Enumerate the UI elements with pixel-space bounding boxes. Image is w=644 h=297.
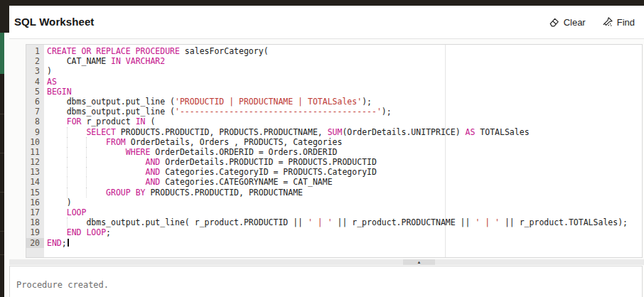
code-line[interactable]: 4AS — [26, 77, 642, 87]
line-number: 17 — [26, 207, 44, 217]
top-window-bar — [0, 0, 644, 6]
line-number: 16 — [26, 198, 44, 207]
clear-button[interactable]: Clear — [548, 16, 586, 28]
indent-guide — [86, 177, 87, 187]
code-line[interactable]: 20END; — [26, 238, 642, 248]
code-line[interactable]: 5BEGIN — [26, 87, 642, 97]
indent-guide — [67, 137, 68, 147]
code-text: END; — [44, 238, 642, 248]
indent-guide — [67, 147, 68, 157]
text-cursor — [68, 239, 69, 247]
edge-separator — [0, 153, 4, 153]
line-number: 9 — [26, 127, 44, 137]
indent-guide — [86, 147, 87, 157]
window-edge-green-strip — [0, 33, 4, 74]
code-text: AND Categories.CategoryID = PRODUCTS.Cat… — [44, 167, 642, 177]
edge-separator — [0, 231, 4, 232]
line-number: 13 — [26, 167, 44, 177]
code-text: FOR r_product IN ( — [44, 117, 642, 126]
line-number: 10 — [26, 137, 44, 147]
sql-worksheet-window: SQL Worksheet Clear — [0, 0, 644, 297]
find-button[interactable]: Find — [601, 16, 635, 28]
window-edge-dark-top — [0, 6, 9, 33]
code-line[interactable]: 2 CAT_NAME IN VARCHAR2 — [26, 56, 642, 66]
indent-guide — [67, 167, 68, 177]
code-lines: 1CREATE OR REPLACE PROCEDURE salesForCat… — [26, 45, 642, 248]
line-number: 2 — [26, 56, 44, 66]
indent-guide — [86, 167, 87, 177]
indent-guide — [67, 157, 68, 167]
indent-guide — [67, 188, 68, 198]
line-number: 15 — [26, 188, 44, 198]
code-line[interactable]: 18 dbms_output.put_line( r_product.PRODU… — [26, 217, 642, 227]
edge-separator — [0, 254, 4, 255]
code-text: dbms_output.put_line( r_product.PRODUCTI… — [44, 217, 642, 227]
line-number: 1 — [26, 46, 44, 56]
line-number: 6 — [26, 97, 44, 107]
code-line[interactable]: 12 AND OrderDetails.PRODUCTID = PRODUCTS… — [26, 157, 642, 167]
code-line[interactable]: 6 dbms_output.put_line ('PRODUCTID | PRO… — [26, 97, 642, 107]
code-text: dbms_output.put_line ('-----------------… — [44, 107, 642, 117]
code-line[interactable]: 11 WHERE OrderDetails.ORDERID = Orders.O… — [26, 147, 642, 157]
code-line[interactable]: 9 SELECT PRODUCTS.PRODUCTID, PRODUCTS.PR… — [26, 127, 642, 137]
code-text: SELECT PRODUCTS.PRODUCTID, PRODUCTS.PROD… — [44, 127, 642, 137]
code-line[interactable]: 17 LOOP — [26, 207, 642, 217]
code-text: END LOOP; — [44, 227, 642, 237]
code-line[interactable]: 1CREATE OR REPLACE PROCEDURE salesForCat… — [26, 46, 642, 56]
indent-guide — [86, 188, 87, 198]
code-line[interactable]: 16 ) — [26, 198, 642, 207]
code-line[interactable]: 19 END LOOP; — [26, 227, 642, 237]
indent-guide — [67, 177, 68, 187]
line-number: 14 — [26, 177, 44, 187]
line-number: 5 — [26, 87, 44, 97]
edge-separator — [0, 192, 4, 193]
edge-separator — [0, 114, 4, 114]
page-title: SQL Worksheet — [14, 16, 94, 28]
splitter-bar[interactable]: ▲ — [9, 259, 644, 265]
code-line[interactable]: 8 FOR r_product IN ( — [26, 117, 642, 126]
find-button-label: Find — [617, 17, 635, 28]
flashlight-icon — [601, 16, 613, 28]
clear-button-label: Clear — [564, 17, 586, 28]
toolbar-actions: Clear Find — [548, 6, 635, 38]
line-number: 3 — [26, 66, 44, 76]
code-text: ) — [44, 66, 642, 76]
indent-guide — [67, 217, 68, 227]
code-text: WHERE OrderDetails.ORDERID = Orders.ORDE… — [44, 147, 642, 157]
code-text: BEGIN — [44, 87, 642, 97]
line-number: 8 — [26, 117, 44, 126]
code-text: AS — [44, 77, 642, 87]
eraser-icon — [548, 16, 560, 28]
code-text: CAT_NAME IN VARCHAR2 — [44, 56, 642, 66]
line-number: 11 — [26, 147, 44, 157]
code-line[interactable]: 14 AND Categories.CATEGORYNAME = CAT_NAM… — [26, 177, 642, 187]
code-text: FROM OrderDetails, Orders , PRODUCTS, Ca… — [44, 137, 642, 147]
code-line[interactable]: 3) — [26, 66, 642, 76]
line-number: 7 — [26, 107, 44, 117]
code-line[interactable]: 15 GROUP BY PRODUCTS.PRODUCTID, PRODUCTN… — [26, 188, 642, 198]
line-number: 19 — [26, 227, 44, 237]
splitter-collapse-handle[interactable]: ▲ — [403, 259, 435, 265]
line-number: 18 — [26, 217, 44, 227]
code-text: dbms_output.put_line ('PRODUCTID | PRODU… — [44, 97, 642, 107]
line-number: 12 — [26, 157, 44, 167]
code-line[interactable]: 13 AND Categories.CategoryID = PRODUCTS.… — [26, 167, 642, 177]
code-line[interactable]: 10 FROM OrderDetails, Orders , PRODUCTS,… — [26, 137, 642, 147]
code-text: ) — [44, 198, 642, 207]
sql-editor[interactable]: 1CREATE OR REPLACE PROCEDURE salesForCat… — [26, 44, 643, 258]
window-edge-dark-strip — [0, 74, 4, 297]
line-number: 4 — [26, 77, 44, 87]
output-message: Procedure created. — [16, 280, 109, 290]
indent-guide — [86, 137, 87, 147]
code-text: CREATE OR REPLACE PROCEDURE salesForCate… — [44, 46, 642, 56]
worksheet-header: SQL Worksheet Clear — [9, 6, 644, 39]
collapse-up-icon: ▲ — [417, 260, 422, 264]
script-output-panel[interactable]: Procedure created. — [9, 266, 643, 297]
line-number: 20 — [26, 238, 44, 248]
code-text: LOOP — [44, 207, 642, 217]
code-text: AND OrderDetails.PRODUCTID = PRODUCTS.PR… — [44, 157, 642, 167]
indent-guide — [67, 127, 68, 137]
code-line[interactable]: 7 dbms_output.put_line ('---------------… — [26, 107, 642, 117]
code-text: GROUP BY PRODUCTS.PRODUCTID, PRODUCTNAME — [44, 188, 642, 198]
code-text: AND Categories.CATEGORYNAME = CAT_NAME — [44, 177, 642, 187]
